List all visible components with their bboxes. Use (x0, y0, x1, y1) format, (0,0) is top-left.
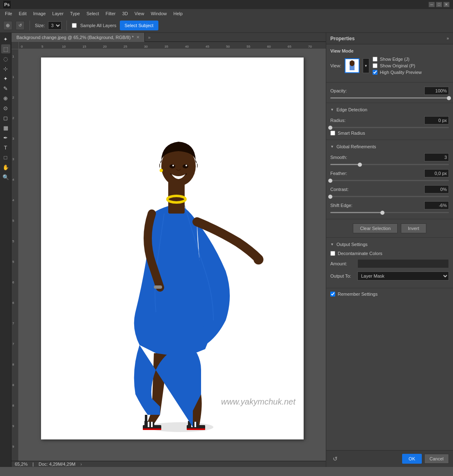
edge-detection-header[interactable]: ▼ Edge Detection (330, 107, 449, 112)
pen-tool[interactable]: ✒ (1, 133, 10, 142)
eraser-tool[interactable]: ◻ (1, 113, 10, 122)
footer-action-buttons: OK Cancel (402, 454, 449, 464)
decontaminate-colors-checkbox[interactable] (330, 251, 335, 256)
shift-edge-row: Shift Edge: -6% (330, 201, 449, 209)
menu-type[interactable]: Type (67, 10, 83, 17)
svg-rect-44 (153, 422, 154, 427)
show-edge-checkbox[interactable] (373, 57, 378, 62)
tab-close-icon[interactable]: ✕ (136, 35, 140, 39)
view-dropdown-button[interactable]: ▼ (363, 58, 369, 73)
high-quality-checkbox[interactable] (373, 70, 378, 75)
svg-text:2: 2 (12, 96, 14, 99)
svg-text:1: 1 (12, 75, 14, 79)
output-to-select[interactable]: Layer Mask New Layer New Layer with Mask… (357, 271, 449, 281)
shift-edge-slider-thumb[interactable] (380, 211, 384, 215)
smooth-slider-thumb[interactable] (358, 163, 362, 167)
global-refinements-header[interactable]: ▼ Global Refinements (330, 144, 449, 149)
ok-button[interactable]: OK (402, 454, 422, 464)
svg-text:4: 4 (12, 198, 14, 202)
canvas-viewport[interactable]: www.yakymchuk.net (19, 49, 326, 461)
status-arrow-icon[interactable]: › (80, 462, 82, 467)
svg-text:15: 15 (82, 45, 86, 48)
remember-settings-label: Remember Settings (338, 292, 378, 297)
shift-edge-slider[interactable] (330, 212, 449, 213)
amount-row: Amount: (330, 259, 449, 268)
svg-text:5: 5 (12, 219, 14, 223)
amount-input[interactable] (357, 259, 449, 268)
move-tool[interactable]: ✦ (1, 34, 10, 44)
doc-info: Doc: 4,29M/4,29M (39, 462, 76, 467)
opacity-slider[interactable] (330, 97, 449, 99)
svg-rect-41 (148, 422, 149, 427)
menu-layer[interactable]: Layer (49, 10, 67, 17)
brush-tool[interactable]: ✎ (1, 84, 10, 93)
lasso-tool[interactable]: ◌ (1, 54, 10, 63)
sample-all-layers-checkbox[interactable] (72, 23, 77, 28)
window-controls[interactable]: ─ □ ✕ (428, 2, 450, 7)
menu-filter[interactable]: Filter (102, 10, 119, 17)
options-toolbar: ⊕ ↺ Size: 3 Sample All Layers Select Sub… (0, 18, 453, 33)
show-original-checkbox[interactable] (373, 63, 378, 68)
menu-view[interactable]: View (131, 10, 148, 17)
svg-text:25: 25 (124, 45, 127, 48)
view-thumbnail[interactable] (345, 58, 359, 73)
canvas-main-row: 1 1 2 2 3 3 4 4 5 5 5 6 6 (11, 49, 326, 461)
svg-text:5: 5 (41, 45, 43, 48)
invert-button[interactable]: Invert (401, 223, 426, 233)
toolbar-separator-1 (30, 21, 30, 30)
reset-button[interactable]: ↺ (330, 454, 340, 464)
shape-tool[interactable]: □ (1, 153, 10, 162)
contrast-slider[interactable] (330, 196, 449, 197)
feather-slider-thumb[interactable] (328, 179, 332, 183)
healing-tool[interactable]: ⊙ (1, 103, 10, 113)
opacity-value[interactable]: 100% (424, 87, 449, 95)
type-tool[interactable]: T (1, 143, 10, 152)
menu-window[interactable]: Window (147, 10, 170, 17)
select-subject-button[interactable]: Select Subject (120, 21, 158, 30)
menu-file[interactable]: File (2, 10, 16, 17)
zoom-tool[interactable]: 🔍 (1, 172, 10, 182)
smart-radius-checkbox[interactable] (330, 131, 335, 136)
svg-text:35: 35 (165, 45, 168, 48)
tool-erase-icon[interactable]: ↺ (16, 21, 25, 30)
smooth-value[interactable]: 3 (424, 153, 449, 161)
selection-tool[interactable]: ⬚ (1, 44, 10, 53)
hand-tool[interactable]: ✋ (1, 163, 10, 172)
remember-settings-checkbox[interactable] (330, 292, 335, 297)
crop-tool[interactable]: ⊹ (1, 64, 10, 73)
svg-text:8: 8 (12, 404, 14, 407)
contrast-slider-thumb[interactable] (328, 195, 332, 199)
radius-slider[interactable] (330, 127, 449, 128)
opacity-row: Opacity: 100% (330, 87, 449, 95)
menu-3d[interactable]: 3D (119, 10, 131, 17)
maximize-button[interactable]: □ (436, 2, 442, 7)
menu-select[interactable]: Select (83, 10, 103, 17)
feather-slider[interactable] (330, 180, 449, 181)
size-select[interactable]: 3 (48, 21, 62, 30)
shift-edge-value[interactable]: -6% (424, 201, 449, 209)
output-settings-title: Output Settings (336, 242, 368, 247)
cancel-button[interactable]: Cancel (424, 454, 449, 464)
output-settings-header[interactable]: ▼ Output Settings (330, 242, 449, 247)
panel-collapse-button[interactable]: » (446, 36, 449, 41)
menu-edit[interactable]: Edit (16, 10, 30, 17)
clear-selection-button[interactable]: Clear Selection (353, 223, 398, 233)
tool-brush-icon[interactable]: ⊕ (3, 21, 12, 30)
radius-value[interactable]: 0 px (424, 116, 449, 124)
eyedropper-tool[interactable]: ✦ (1, 74, 10, 83)
tab-more-icon[interactable]: » (145, 35, 154, 40)
svg-text:50: 50 (226, 45, 230, 48)
contrast-value[interactable]: 0% (424, 185, 449, 193)
menu-help[interactable]: Help (170, 10, 186, 17)
clone-tool[interactable]: ⊕ (1, 94, 10, 103)
menu-image[interactable]: Image (30, 10, 49, 17)
feather-value[interactable]: 0,0 px (424, 169, 449, 177)
global-refinements-section: ▼ Global Refinements Smooth: 3 Feather: … (326, 140, 453, 219)
gradient-tool[interactable]: ▦ (1, 123, 10, 132)
minimize-button[interactable]: ─ (428, 2, 435, 7)
smooth-slider[interactable] (330, 164, 449, 165)
opacity-slider-thumb[interactable] (447, 96, 451, 100)
document-tab[interactable]: Background change.jpeg @ 65,2% (Backgrou… (11, 33, 145, 42)
close-button[interactable]: ✕ (443, 2, 450, 7)
radius-slider-thumb[interactable] (328, 126, 332, 130)
